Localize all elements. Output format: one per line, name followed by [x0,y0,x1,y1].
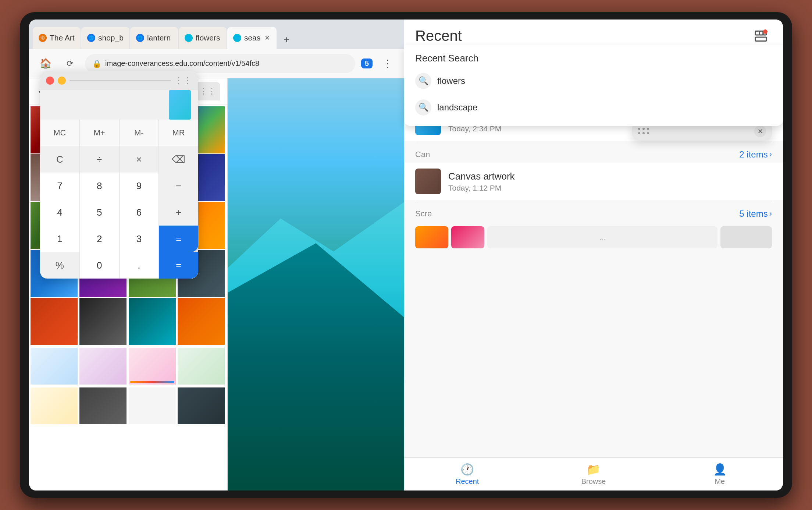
tab-label-5: seas [244,33,260,42]
calc-key-5[interactable]: 5 [80,199,119,226]
recent-search-items: 🔍 flowers 🔍 landscape [415,70,772,118]
recent-search-item-2[interactable]: 🔍 landscape [415,96,772,118]
section-header-can: Can 2 items › [404,142,783,163]
calc-key-del[interactable]: ⌫ [159,146,198,173]
tab-3[interactable]: 🌐 lantern [130,27,178,49]
ss-thumb-4[interactable] [178,348,225,385]
gallery-panel: ⋮⋮ ← All photos (All) ▾ ⋮⋮ [29,78,228,490]
ss-thumb-5[interactable] [31,387,78,424]
recent-text-2: landscape [437,102,477,113]
calc-key-mul[interactable]: × [120,146,159,173]
section-can-label: Can [415,150,430,159]
tab-5[interactable]: 🌐 seas ✕ [227,27,277,49]
tab-4[interactable]: 🌐 flowers [179,27,227,49]
calc-display [40,90,198,120]
calc-key-2[interactable]: 2 [80,226,119,252]
recent-text-1: flowers [437,76,465,86]
calc-key-1[interactable]: 1 [40,226,79,252]
calc-drag-bar [70,80,171,81]
section-can-count[interactable]: 2 items › [739,149,772,160]
photo-thumb-18[interactable] [79,298,127,345]
calc-key-8[interactable]: 8 [80,173,119,199]
address-icon: 🔒 [92,59,102,68]
section-scre-count[interactable]: 5 items › [739,209,772,219]
address-input[interactable]: 🔒 image-converancess.edu.com/content/v1/… [85,54,355,73]
ss-thumb-3[interactable] [129,348,176,385]
recent-nav-icon: 🕐 [460,463,474,476]
tab-icon-1: 🎨 [39,34,47,42]
photo-thumb-19[interactable] [129,298,176,345]
files-settings-icon[interactable] [750,25,772,47]
calc-key-mc[interactable]: MC [40,120,79,146]
left-panel-browser: 🎨 The Art 🌐 shop_b 🌐 lantern 🌐 flowers 🌐 [29,20,404,490]
new-tab-button[interactable]: + [277,31,296,49]
svg-rect-1 [759,31,763,35]
file-thumb-blank[interactable]: ... [487,226,717,248]
recent-icon-2: 🔍 [415,99,431,116]
calc-key-9[interactable]: 9 [120,173,159,199]
calc-op-row: C ÷ × ⌫ [40,146,198,173]
calc-drag-dots: ⋮⋮ [175,78,192,85]
calc-key-mr[interactable]: MR [159,120,198,146]
tab-icon-2: 🌐 [87,34,95,42]
ss-thumb-2[interactable] [79,348,127,385]
ss-thumb-1[interactable] [31,348,78,385]
calc-key-pct[interactable]: % [40,252,79,279]
recent-search-item-1[interactable]: 🔍 flowers [415,70,772,92]
calc-key-3[interactable]: 3 [120,226,159,252]
calc-row-456: 4 5 6 + [40,199,198,226]
tab-label-1: The Art [50,33,75,42]
home-button[interactable]: 🏠 [36,54,55,73]
calc-key-div[interactable]: ÷ [80,146,119,173]
calc-key-4[interactable]: 4 [40,199,79,226]
calc-close-btn[interactable] [46,78,54,85]
calc-minimize-btn[interactable] [58,78,66,85]
calc-key-add[interactable]: + [159,199,198,226]
tab-label-2: shop_b [98,33,124,42]
nav-recent[interactable]: 🕐 Recent [404,458,530,490]
tab-count-badge[interactable]: 5 [361,59,373,68]
calc-key-c[interactable]: C [40,146,79,173]
ss-thumb-6[interactable] [79,387,127,424]
svg-rect-0 [755,31,759,35]
mini-drag-dots: ⋮⋮ [200,86,216,96]
nav-me[interactable]: 👤 Me [657,458,783,490]
file-thumb-pink[interactable] [451,226,484,248]
calc-key-equals-2[interactable]: = [159,252,198,279]
svg-rect-3 [755,37,766,41]
tab-1[interactable]: 🎨 The Art [33,27,81,49]
calc-key-equals[interactable]: = [159,226,198,252]
photo-thumb-17[interactable] [31,298,78,345]
ss-thumb-7[interactable] [129,387,176,424]
can-section-row[interactable]: Canvas artwork Today, 1:12 PM [404,163,783,200]
tab-5-close[interactable]: ✕ [263,34,271,42]
can-date: Today, 1:12 PM [448,184,772,192]
calc-key-mplus[interactable]: M+ [80,120,119,146]
photo-thumb-20[interactable] [178,298,225,345]
tablet-screen: 🎨 The Art 🌐 shop_b 🌐 lantern 🌐 flowers 🌐 [29,20,783,490]
calc-key-7[interactable]: 7 [40,173,79,199]
ss-thumb-8[interactable] [178,387,225,424]
reload-button[interactable]: ⟳ [61,54,79,73]
calc-row-123: 1 2 3 = [40,226,198,252]
tab-2[interactable]: 🌐 shop_b [81,27,129,49]
calc-key-0[interactable]: 0 [80,252,119,279]
me-nav-icon: 👤 [713,463,727,476]
calc-key-dot[interactable]: . [120,252,159,279]
calc-key-6[interactable]: 6 [120,199,159,226]
can-thumb [415,169,441,194]
file-thumb-gray[interactable] [720,226,772,248]
calc-key-sub[interactable]: − [159,173,198,199]
recent-search-title: Recent Search [415,53,772,64]
tab-icon-5: 🌐 [233,34,241,42]
nav-browse[interactable]: 📁 Browse [530,458,656,490]
recent-nav-label: Recent [456,477,479,486]
browser-menu-button[interactable]: ⋮ [378,54,397,73]
right-calc-close-btn[interactable]: ✕ [754,125,766,137]
calc-key-mminus[interactable]: M- [120,120,159,146]
calc-preview [169,90,191,120]
right-panel-files: Recent 🔍 Search [404,20,783,490]
browse-nav-label: Browse [581,477,606,486]
gallery-area: ⋮⋮ ← All photos (All) ▾ ⋮⋮ [29,78,404,490]
file-thumb-orange[interactable] [415,226,448,248]
